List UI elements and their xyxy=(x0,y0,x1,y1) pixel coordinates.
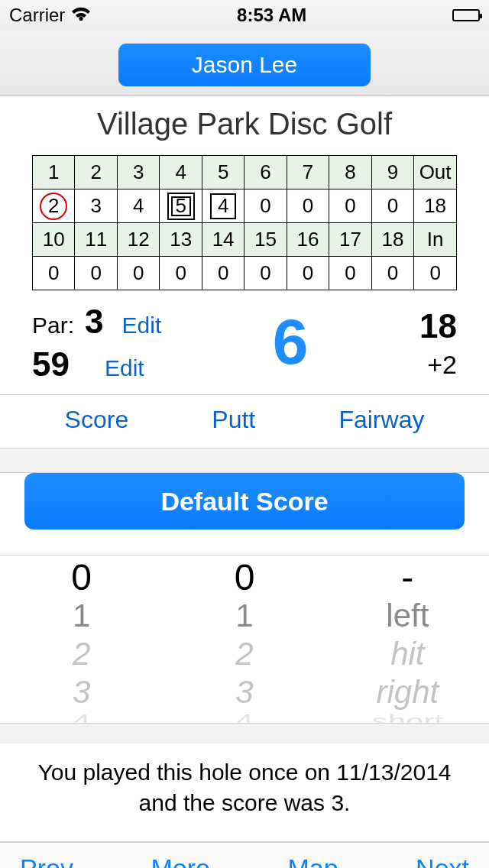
bottom-toolbar: Prev More Map Next xyxy=(0,842,489,868)
scorecard-header-cell: 3 xyxy=(117,156,159,189)
scorecard-header-cell: 13 xyxy=(160,223,202,257)
scorecard-header-cell: 5 xyxy=(202,156,244,189)
map-button[interactable]: Map xyxy=(287,853,338,868)
picker-fairway-row[interactable]: right xyxy=(331,673,484,711)
status-time: 8:53 AM xyxy=(237,5,306,26)
edit-distance-link[interactable]: Edit xyxy=(105,355,144,381)
relative-score: +2 xyxy=(419,350,457,380)
distance-value: 59 xyxy=(32,345,70,384)
summary-row: Par: 3 Edit 59 Edit 6 18 +2 xyxy=(0,290,489,395)
scorecard-header-cell: 10 xyxy=(33,223,75,257)
picker-fairway-row[interactable]: - xyxy=(331,559,484,597)
section-gap-1 xyxy=(0,449,489,473)
picker-putt-row[interactable]: 0 xyxy=(168,559,321,597)
scorecard-header-cell: 1 xyxy=(33,156,75,189)
picker-score-row[interactable]: 4 xyxy=(5,711,158,724)
picker-putt-row[interactable]: 4 xyxy=(168,711,321,724)
scorecard-score-cell[interactable]: 3 xyxy=(75,189,117,223)
picker-score[interactable]: 0 1 2 3 4 xyxy=(5,559,158,723)
picker-putt-row[interactable]: 2 xyxy=(168,635,321,673)
picker-score-row[interactable]: 2 xyxy=(5,635,158,673)
scorecard-score-cell[interactable]: 18 xyxy=(414,189,457,223)
scorecard-header-cell: Out xyxy=(414,156,457,189)
par-value: 3 xyxy=(85,303,103,341)
tab-row: Score Putt Fairway xyxy=(0,395,489,449)
scorecard-score-cell[interactable]: 0 xyxy=(117,257,159,290)
scorecard-score-cell[interactable]: 0 xyxy=(244,257,287,290)
course-title: Village Park Disc Golf xyxy=(0,96,489,155)
scorecard-score-cell[interactable]: 0 xyxy=(160,257,202,290)
scorecard-score-cell[interactable]: 0 xyxy=(371,257,413,290)
picker-putt-row[interactable]: 1 xyxy=(168,597,321,635)
tab-putt[interactable]: Putt xyxy=(212,406,255,434)
header: Jason Lee xyxy=(0,31,489,96)
picker-fairway-row[interactable]: left xyxy=(331,597,484,635)
scorecard-header-cell: 15 xyxy=(244,223,287,257)
scorecard-score-cell[interactable]: 0 xyxy=(329,257,371,290)
total-score: 18 xyxy=(419,307,457,345)
scorecard-header-cell: 16 xyxy=(287,223,329,257)
scorecard-score-cell[interactable]: 4 xyxy=(117,189,159,223)
next-button[interactable]: Next xyxy=(416,853,469,868)
scorecard-header-cell: 6 xyxy=(244,156,287,189)
scorecard-header-cell: In xyxy=(414,223,457,257)
picker-putt-row[interactable]: 3 xyxy=(168,673,321,711)
prev-button[interactable]: Prev xyxy=(20,853,73,868)
scorecard-score-cell[interactable]: 0 xyxy=(287,257,329,290)
scorecard-header-cell: 12 xyxy=(117,223,159,257)
picker-fairway-row[interactable]: hit xyxy=(331,635,484,673)
scorecard-header-cell: 9 xyxy=(371,156,413,189)
scorecard-header-cell: 8 xyxy=(329,156,371,189)
wifi-icon xyxy=(71,5,91,26)
default-score-wrap: Default Score xyxy=(0,473,489,530)
scorecard-score-cell[interactable]: 0 xyxy=(287,189,329,223)
status-bar: Carrier 8:53 AM xyxy=(0,0,489,31)
scorecard-score-cell[interactable]: 2 xyxy=(33,189,75,223)
carrier-label: Carrier xyxy=(9,5,65,26)
scorecard-header-cell: 2 xyxy=(75,156,117,189)
scorecard-score-cell[interactable]: 0 xyxy=(329,189,371,223)
scorecard-header-cell: 14 xyxy=(202,223,244,257)
tab-fairway[interactable]: Fairway xyxy=(338,406,424,434)
section-gap-2 xyxy=(0,530,489,555)
tab-score[interactable]: Score xyxy=(65,406,129,434)
scorecard-score-cell[interactable]: 0 xyxy=(33,257,75,290)
picker-fairway-row[interactable]: short xyxy=(331,711,484,724)
status-left: Carrier xyxy=(9,5,91,26)
battery-icon xyxy=(452,9,480,21)
picker-score-row[interactable]: 0 xyxy=(5,559,158,597)
scorecard-score-cell[interactable]: 0 xyxy=(202,257,244,290)
default-score-button[interactable]: Default Score xyxy=(24,473,465,530)
scorecard-table: 123456789Out 23454000018 101112131415161… xyxy=(32,155,457,290)
scorecard-header-cell: 17 xyxy=(329,223,371,257)
scorecard-score-cell[interactable]: 0 xyxy=(244,189,287,223)
picker-score-row[interactable]: 1 xyxy=(5,597,158,635)
picker-area[interactable]: 0 1 2 3 4 0 1 2 3 4 - left hit right sho… xyxy=(0,555,489,724)
scorecard-header-cell: 7 xyxy=(287,156,329,189)
section-gap-3 xyxy=(0,724,489,743)
scorecard-score-cell[interactable]: 0 xyxy=(75,257,117,290)
scorecard-header-cell: 11 xyxy=(75,223,117,257)
scorecard-header-cell: 4 xyxy=(160,156,202,189)
edit-par-link[interactable]: Edit xyxy=(122,313,162,338)
player-button[interactable]: Jason Lee xyxy=(118,44,371,86)
current-hole-number: 6 xyxy=(273,305,309,379)
scorecard-score-cell[interactable]: 4 xyxy=(202,189,244,223)
picker-score-row[interactable]: 3 xyxy=(5,673,158,711)
scorecard-score-cell[interactable]: 0 xyxy=(414,257,457,290)
picker-putt[interactable]: 0 1 2 3 4 xyxy=(168,559,321,723)
picker-fairway[interactable]: - left hit right short xyxy=(331,559,484,723)
scorecard-score-cell[interactable]: 5 xyxy=(160,189,202,223)
scorecard-score-cell[interactable]: 0 xyxy=(371,189,413,223)
hole-history-text: You played this hole once on 11/13/2014 … xyxy=(0,743,489,842)
scorecard-header-cell: 18 xyxy=(371,223,413,257)
more-button[interactable]: More xyxy=(151,853,209,868)
par-label: Par: xyxy=(32,313,74,338)
